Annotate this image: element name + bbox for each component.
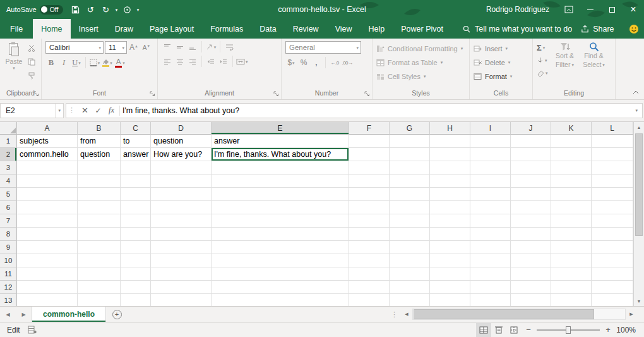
cell-B10[interactable] xyxy=(78,254,121,267)
column-header-G[interactable]: G xyxy=(390,122,430,135)
increase-indent-button[interactable] xyxy=(218,56,229,67)
cell-K4[interactable] xyxy=(551,175,592,188)
cell-H1[interactable] xyxy=(430,135,470,148)
enter-button[interactable]: ✓ xyxy=(92,106,105,115)
cell-G12[interactable] xyxy=(390,281,430,294)
tab-power-pivot[interactable]: Power Pivot xyxy=(393,19,451,39)
cell-A4[interactable] xyxy=(17,175,78,188)
vertical-scrollbar[interactable]: ▲ ▼ xyxy=(633,122,644,306)
row-header-2[interactable]: 2 xyxy=(0,148,17,161)
formula-input[interactable]: I'm fine, thanks. What about you? xyxy=(122,106,631,115)
cell-I10[interactable] xyxy=(470,254,511,267)
cell-B8[interactable] xyxy=(78,228,121,241)
cell-E3[interactable] xyxy=(212,161,349,175)
cell-K9[interactable] xyxy=(551,241,592,254)
cell-J4[interactable] xyxy=(511,175,551,188)
cell-J2[interactable] xyxy=(511,148,551,161)
cell-F8[interactable] xyxy=(349,228,390,241)
cell-G7[interactable] xyxy=(390,214,430,228)
cell-E13[interactable] xyxy=(212,294,349,306)
tell-me-box[interactable]: Tell me what you want to do xyxy=(463,19,572,39)
cell-J8[interactable] xyxy=(511,228,551,241)
cell-E5[interactable] xyxy=(212,188,349,201)
tab-review[interactable]: Review xyxy=(285,19,327,39)
accounting-format-button[interactable]: $ ▾ xyxy=(285,57,297,68)
cell-H10[interactable] xyxy=(430,254,470,267)
cell-A12[interactable] xyxy=(17,281,78,294)
redo-button[interactable]: ↻ xyxy=(98,0,114,19)
cell-G10[interactable] xyxy=(390,254,430,267)
macro-record-button[interactable] xyxy=(28,326,37,334)
cell-F13[interactable] xyxy=(349,294,390,306)
cell-D11[interactable] xyxy=(151,267,212,281)
cell-J5[interactable] xyxy=(511,188,551,201)
cell-A11[interactable] xyxy=(17,267,78,281)
fill-button[interactable]: ▾ xyxy=(537,55,548,66)
borders-button[interactable]: ▾ xyxy=(89,57,100,68)
column-header-F[interactable]: F xyxy=(349,122,390,135)
cell-K5[interactable] xyxy=(551,188,592,201)
clipboard-dialog-launcher[interactable] xyxy=(33,90,40,97)
cell-F12[interactable] xyxy=(349,281,390,294)
cell-J12[interactable] xyxy=(511,281,551,294)
middle-align-button[interactable] xyxy=(174,41,186,52)
cell-C7[interactable] xyxy=(121,214,151,228)
column-header-A[interactable]: A xyxy=(17,122,78,135)
cell-A10[interactable] xyxy=(17,254,78,267)
new-sheet-button[interactable]: + xyxy=(106,307,128,322)
cell-B11[interactable] xyxy=(78,267,121,281)
tab-file[interactable]: File xyxy=(0,19,33,39)
horizontal-scrollbar-track[interactable] xyxy=(412,309,626,320)
cut-button[interactable] xyxy=(26,42,37,54)
cell-E9[interactable] xyxy=(212,241,349,254)
row-header-13[interactable]: 13 xyxy=(0,294,17,306)
cell-A2[interactable]: common.hello xyxy=(17,148,78,161)
zoom-slider-thumb[interactable] xyxy=(566,326,571,334)
merge-center-button[interactable]: ▾ xyxy=(236,56,248,67)
row-header-3[interactable]: 3 xyxy=(0,161,17,175)
cell-C5[interactable] xyxy=(121,188,151,201)
cell-L1[interactable] xyxy=(592,135,633,148)
tab-page-layout[interactable]: Page Layout xyxy=(141,19,202,39)
cell-G3[interactable] xyxy=(390,161,430,175)
cell-G8[interactable] xyxy=(390,228,430,241)
align-right-button[interactable] xyxy=(187,56,198,67)
column-header-E[interactable]: E xyxy=(212,122,349,135)
cell-C11[interactable] xyxy=(121,267,151,281)
column-header-D[interactable]: D xyxy=(151,122,212,135)
cell-D9[interactable] xyxy=(151,241,212,254)
cell-H6[interactable] xyxy=(430,201,470,214)
cell-F3[interactable] xyxy=(349,161,390,175)
cell-I8[interactable] xyxy=(470,228,511,241)
tab-data[interactable]: Data xyxy=(251,19,284,39)
cell-G4[interactable] xyxy=(390,175,430,188)
cell-E12[interactable] xyxy=(212,281,349,294)
cell-E4[interactable] xyxy=(212,175,349,188)
top-align-button[interactable] xyxy=(162,41,173,52)
format-painter-button[interactable] xyxy=(26,70,37,82)
insert-cells-button[interactable]: Insert ▾ xyxy=(474,42,528,54)
cell-I12[interactable] xyxy=(470,281,511,294)
zoom-out-button[interactable]: − xyxy=(522,325,535,334)
orientation-button[interactable]: ▾ xyxy=(205,41,217,52)
align-left-button[interactable] xyxy=(162,56,173,67)
cell-C13[interactable] xyxy=(121,294,151,306)
row-header-11[interactable]: 11 xyxy=(0,267,17,281)
copy-button[interactable] xyxy=(26,56,37,68)
cell-A1[interactable]: subjects xyxy=(17,135,78,148)
ribbon-display-options-button[interactable] xyxy=(558,0,580,19)
cell-D10[interactable] xyxy=(151,254,212,267)
cell-G5[interactable] xyxy=(390,188,430,201)
cell-F5[interactable] xyxy=(349,188,390,201)
cell-G1[interactable] xyxy=(390,135,430,148)
cell-J7[interactable] xyxy=(511,214,551,228)
cell-D2[interactable]: How are you? xyxy=(151,148,212,161)
cell-G2[interactable] xyxy=(390,148,430,161)
cell-H13[interactable] xyxy=(430,294,470,306)
tab-insert[interactable]: Insert xyxy=(71,19,107,39)
cell-H11[interactable] xyxy=(430,267,470,281)
align-center-button[interactable] xyxy=(174,56,186,67)
cell-J13[interactable] xyxy=(511,294,551,306)
cell-K2[interactable] xyxy=(551,148,592,161)
cell-I11[interactable] xyxy=(470,267,511,281)
